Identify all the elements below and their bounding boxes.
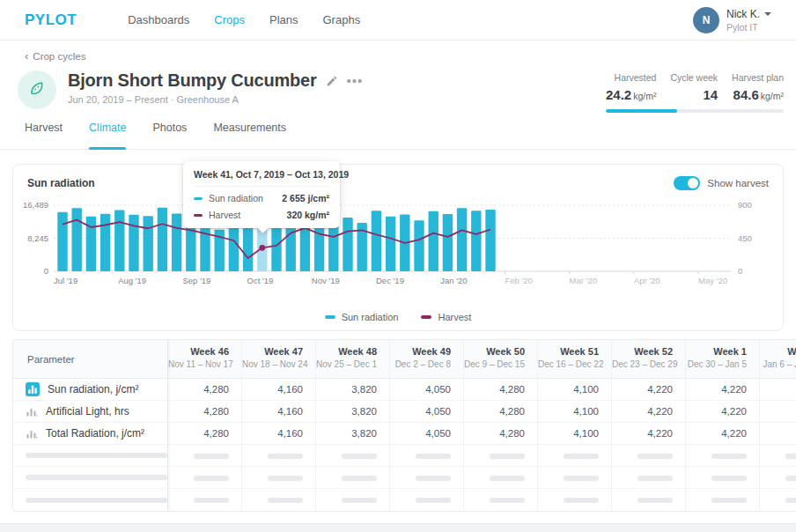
skeleton-value-cell [242, 489, 316, 511]
column-header-week-51[interactable]: Week 51Dec 16 – Dec 22 [538, 340, 612, 378]
tooltip-row: Sun radiation2 655 j/cm² [194, 193, 329, 203]
bar-week-9[interactable] [186, 221, 195, 271]
parameter-cell[interactable]: Sun radiation, j/cm² [13, 379, 168, 400]
legend-label: Harvest [438, 312, 471, 322]
column-header-week-50[interactable]: Week 50Dec 9 – Dec 15 [464, 340, 538, 378]
back-link[interactable]: ‹Crop cycles [25, 51, 85, 62]
skeleton-pill [785, 476, 796, 481]
bar-week-22[interactable] [372, 211, 381, 271]
skeleton-value-cell [612, 445, 686, 466]
toggle-switch[interactable] [674, 176, 700, 190]
stat-unit: kg/m² [761, 91, 784, 101]
value-cell: 4,220 [612, 423, 686, 444]
skeleton-value-cell [538, 467, 612, 488]
bar-week-1[interactable] [72, 208, 82, 271]
toggle-label: Show harvest [707, 178, 769, 188]
bar-week-28[interactable] [457, 208, 467, 271]
stat-label: Harvested [606, 72, 656, 83]
column-header-week-47[interactable]: Week 47Nov 18 – Nov 24 [242, 340, 316, 378]
bar-week-8[interactable] [172, 214, 181, 271]
month-label: Aug '19 [118, 276, 146, 285]
left-axis-tick: 0 [44, 266, 48, 276]
sun-radiation-chart[interactable]: 16,4898,24509004500Jul '19Aug '19Sep '19… [13, 196, 783, 288]
avatar[interactable]: N [693, 7, 719, 33]
bar-week-4[interactable] [114, 210, 124, 271]
nav-item-dashboards[interactable]: Dashboards [128, 13, 189, 26]
value-cell: 4,100 [538, 423, 612, 444]
stat-harvested: Harvested24.2kg/m² [606, 72, 656, 102]
column-header-week-46[interactable]: Week 46Nov 11 – Nov 17 [168, 340, 242, 378]
bar-week-6[interactable] [144, 216, 153, 271]
legend-item-harvest: Harvest [421, 312, 471, 322]
tab-climate[interactable]: Climate [89, 122, 126, 149]
bar-week-30[interactable] [485, 210, 495, 271]
tooltip-row: Harvest320 kg/m² [194, 210, 329, 220]
breadcrumb: ‹Crop cycles [0, 41, 796, 65]
value-cell: 4,280 [168, 423, 242, 444]
bar-week-7[interactable] [158, 208, 167, 271]
week-range: Nov 18 – Nov 24 [242, 359, 303, 369]
chevron-down-icon [764, 12, 771, 16]
bar-week-0[interactable] [57, 212, 67, 271]
climate-parameters-table: ParameterWeek 46Nov 11 – Nov 17Week 47No… [12, 339, 796, 512]
nav-item-graphs[interactable]: Graphs [323, 13, 361, 26]
bar-week-5[interactable] [129, 215, 138, 271]
tab-photos[interactable]: Photos [152, 122, 187, 149]
bar-week-27[interactable] [443, 214, 453, 271]
skeleton-parameter-cell [13, 445, 168, 466]
column-header-week-49[interactable]: Week 49Dec 2 – Dec 8 [390, 340, 464, 378]
value-cell: 4,280 [464, 401, 538, 422]
harvest-highlight-dot [259, 245, 265, 251]
nav-item-plans[interactable]: Plans [269, 13, 298, 26]
bar-week-3[interactable] [100, 214, 110, 271]
chart-icon[interactable] [26, 427, 38, 440]
column-header-week-1[interactable]: Week 1Dec 30 – Jan 5 [686, 340, 760, 378]
crop-subtitle: Jun 20, 2019 – Present · Greenhouse A [68, 94, 363, 105]
value-cell: 3,820 [316, 379, 390, 400]
value-cell: 3,820 [316, 401, 390, 422]
stat-value: 84.6kg/m² [732, 87, 784, 102]
chart-selected-icon[interactable] [26, 382, 40, 396]
skeleton-value-cell [760, 467, 796, 488]
chart-icon[interactable] [26, 405, 38, 417]
tooltip-series-label: Harvest [209, 210, 287, 220]
bar-week-29[interactable] [471, 211, 481, 271]
tooltip-series-value: 320 kg/m² [287, 210, 329, 220]
column-header-week-48[interactable]: Week 48Nov 25 – Dec 1 [316, 340, 390, 378]
skeleton-bar [26, 498, 167, 503]
month-label: Jul '19 [54, 276, 77, 285]
user-menu[interactable]: N Nick K. Pylot IT [693, 7, 771, 33]
tooltip-series-value: 2 655 j/cm² [282, 193, 329, 203]
bar-week-23[interactable] [386, 217, 395, 271]
month-label: Dec '19 [376, 276, 404, 285]
column-header-week-2[interactable]: Week 2Jan 6 – Jan 12 [760, 340, 796, 378]
climate-chart-card: Sun radiation Show harvest 16,4898,24509… [12, 164, 784, 331]
parameter-cell[interactable]: Artificial Light, hrs [13, 401, 168, 422]
show-harvest-toggle[interactable]: Show harvest [674, 176, 769, 190]
column-header-week-52[interactable]: Week 52Dec 23 – Dec 29 [612, 340, 686, 378]
tab-measurements[interactable]: Measurements [213, 122, 286, 149]
month-label: Apr '20 [634, 276, 660, 285]
bar-week-25[interactable] [414, 220, 424, 271]
stat-label: Cycle week [670, 72, 718, 83]
value-cell: 4,280 [168, 401, 242, 422]
bar-week-26[interactable] [429, 211, 439, 271]
skeleton-pill [638, 454, 673, 459]
tab-harvest[interactable]: Harvest [25, 122, 63, 149]
pylot-logo[interactable]: PYLOT [25, 11, 77, 29]
horizontal-scrollbar[interactable] [0, 523, 796, 532]
parameter-cell[interactable]: Total Radiation, j/cm² [13, 423, 168, 444]
skeleton-value-cell [242, 445, 316, 466]
edit-icon[interactable] [326, 75, 338, 87]
week-label: Week 52 [612, 346, 673, 357]
skeleton-value-cell [760, 445, 796, 466]
stat-label: Harvest plan [732, 72, 784, 83]
left-axis-tick: 8,245 [27, 233, 48, 243]
bar-week-20[interactable] [343, 218, 352, 271]
nav-item-crops[interactable]: Crops [214, 13, 245, 26]
skeleton-value-cell [390, 445, 464, 466]
crop-avatar [18, 70, 56, 109]
value-cell: 4,160 [242, 423, 316, 444]
more-options-icon[interactable]: ••• [347, 77, 364, 85]
skeleton-value-cell [168, 467, 242, 488]
